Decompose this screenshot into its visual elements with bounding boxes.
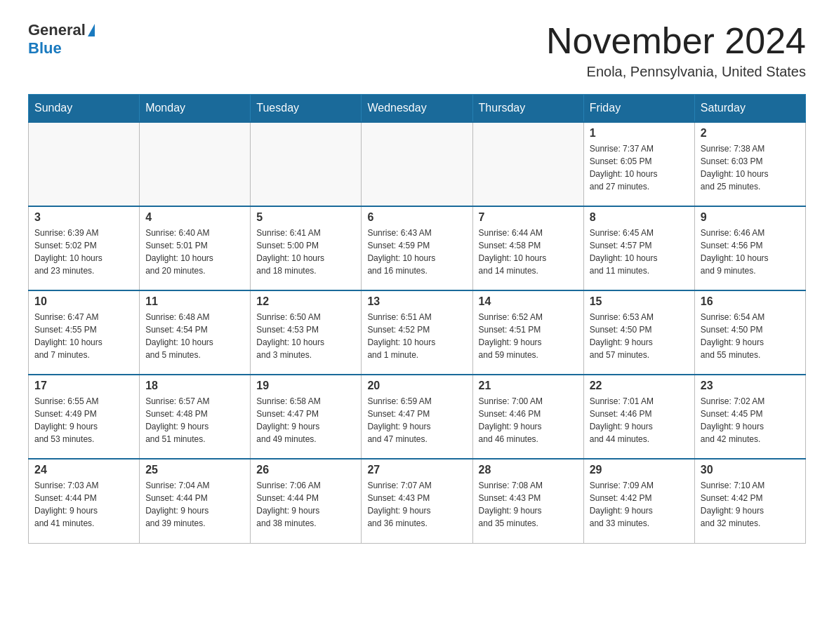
day-info: Sunrise: 7:01 AM Sunset: 4:46 PM Dayligh… — [590, 395, 689, 445]
day-info: Sunrise: 6:46 AM Sunset: 4:56 PM Dayligh… — [701, 227, 800, 277]
day-number: 6 — [367, 211, 466, 224]
day-number: 30 — [701, 464, 800, 476]
day-info: Sunrise: 6:50 AM Sunset: 4:53 PM Dayligh… — [256, 311, 355, 361]
weekday-header-tuesday: Tuesday — [251, 95, 362, 123]
day-number: 27 — [367, 464, 466, 476]
day-number: 24 — [34, 464, 133, 476]
day-cell: 27Sunrise: 7:07 AM Sunset: 4:43 PM Dayli… — [362, 459, 472, 543]
day-cell: 2Sunrise: 7:38 AM Sunset: 6:03 PM Daylig… — [694, 122, 805, 206]
day-number: 26 — [256, 464, 355, 476]
day-info: Sunrise: 6:58 AM Sunset: 4:47 PM Dayligh… — [256, 395, 355, 445]
day-cell: 28Sunrise: 7:08 AM Sunset: 4:43 PM Dayli… — [472, 459, 583, 543]
day-cell — [29, 122, 140, 206]
day-info: Sunrise: 6:59 AM Sunset: 4:47 PM Dayligh… — [367, 395, 466, 445]
day-cell: 23Sunrise: 7:02 AM Sunset: 4:45 PM Dayli… — [694, 375, 805, 459]
day-number: 18 — [145, 380, 244, 392]
logo-blue-text: Blue — [28, 39, 62, 58]
day-number: 12 — [256, 295, 355, 308]
day-cell: 30Sunrise: 7:10 AM Sunset: 4:42 PM Dayli… — [694, 459, 805, 543]
weekday-header-wednesday: Wednesday — [362, 95, 472, 123]
day-cell — [472, 122, 583, 206]
day-cell: 13Sunrise: 6:51 AM Sunset: 4:52 PM Dayli… — [362, 290, 472, 375]
day-cell: 14Sunrise: 6:52 AM Sunset: 4:51 PM Dayli… — [472, 290, 583, 375]
day-info: Sunrise: 7:00 AM Sunset: 4:46 PM Dayligh… — [479, 395, 578, 445]
day-cell: 20Sunrise: 6:59 AM Sunset: 4:47 PM Dayli… — [362, 375, 472, 459]
day-number: 10 — [34, 295, 133, 308]
day-number: 7 — [479, 211, 578, 224]
day-cell: 4Sunrise: 6:40 AM Sunset: 5:01 PM Daylig… — [140, 206, 251, 290]
week-row-1: 1Sunrise: 7:37 AM Sunset: 6:05 PM Daylig… — [29, 122, 806, 206]
day-info: Sunrise: 7:02 AM Sunset: 4:45 PM Dayligh… — [701, 395, 800, 445]
day-number: 5 — [256, 211, 355, 224]
day-number: 11 — [145, 295, 244, 308]
day-info: Sunrise: 6:45 AM Sunset: 4:57 PM Dayligh… — [590, 227, 689, 277]
day-cell: 29Sunrise: 7:09 AM Sunset: 4:42 PM Dayli… — [583, 459, 694, 543]
week-row-4: 17Sunrise: 6:55 AM Sunset: 4:49 PM Dayli… — [29, 375, 806, 459]
weekday-header-friday: Friday — [583, 95, 694, 123]
weekday-header-saturday: Saturday — [694, 95, 805, 123]
day-info: Sunrise: 6:52 AM Sunset: 4:51 PM Dayligh… — [479, 311, 578, 361]
day-info: Sunrise: 6:54 AM Sunset: 4:50 PM Dayligh… — [701, 311, 800, 361]
day-cell: 25Sunrise: 7:04 AM Sunset: 4:44 PM Dayli… — [140, 459, 251, 543]
day-cell: 7Sunrise: 6:44 AM Sunset: 4:58 PM Daylig… — [472, 206, 583, 290]
day-info: Sunrise: 7:03 AM Sunset: 4:44 PM Dayligh… — [34, 479, 133, 530]
day-info: Sunrise: 6:57 AM Sunset: 4:48 PM Dayligh… — [145, 395, 244, 445]
day-number: 4 — [145, 211, 244, 224]
day-cell: 6Sunrise: 6:43 AM Sunset: 4:59 PM Daylig… — [362, 206, 472, 290]
location-text: Enola, Pennsylvania, United States — [546, 64, 806, 80]
day-info: Sunrise: 7:38 AM Sunset: 6:03 PM Dayligh… — [701, 142, 800, 193]
day-info: Sunrise: 7:04 AM Sunset: 4:44 PM Dayligh… — [145, 479, 244, 530]
day-number: 9 — [701, 211, 800, 224]
day-info: Sunrise: 6:51 AM Sunset: 4:52 PM Dayligh… — [367, 311, 466, 361]
day-number: 19 — [256, 380, 355, 392]
day-info: Sunrise: 6:48 AM Sunset: 4:54 PM Dayligh… — [145, 311, 244, 361]
day-cell — [140, 122, 251, 206]
day-info: Sunrise: 6:53 AM Sunset: 4:50 PM Dayligh… — [590, 311, 689, 361]
weekday-header-row: SundayMondayTuesdayWednesdayThursdayFrid… — [29, 95, 806, 123]
day-info: Sunrise: 6:41 AM Sunset: 5:00 PM Dayligh… — [256, 227, 355, 277]
day-cell: 8Sunrise: 6:45 AM Sunset: 4:57 PM Daylig… — [583, 206, 694, 290]
day-cell: 17Sunrise: 6:55 AM Sunset: 4:49 PM Dayli… — [29, 375, 140, 459]
day-number: 1 — [590, 127, 689, 140]
day-info: Sunrise: 7:07 AM Sunset: 4:43 PM Dayligh… — [367, 479, 466, 530]
week-row-5: 24Sunrise: 7:03 AM Sunset: 4:44 PM Dayli… — [29, 459, 806, 543]
week-row-2: 3Sunrise: 6:39 AM Sunset: 5:02 PM Daylig… — [29, 206, 806, 290]
day-cell: 1Sunrise: 7:37 AM Sunset: 6:05 PM Daylig… — [583, 122, 694, 206]
day-info: Sunrise: 6:55 AM Sunset: 4:49 PM Dayligh… — [34, 395, 133, 445]
day-info: Sunrise: 7:06 AM Sunset: 4:44 PM Dayligh… — [256, 479, 355, 530]
day-cell: 9Sunrise: 6:46 AM Sunset: 4:56 PM Daylig… — [694, 206, 805, 290]
day-cell: 10Sunrise: 6:47 AM Sunset: 4:55 PM Dayli… — [29, 290, 140, 375]
day-cell: 26Sunrise: 7:06 AM Sunset: 4:44 PM Dayli… — [251, 459, 362, 543]
weekday-header-monday: Monday — [140, 95, 251, 123]
day-cell: 15Sunrise: 6:53 AM Sunset: 4:50 PM Dayli… — [583, 290, 694, 375]
day-info: Sunrise: 7:08 AM Sunset: 4:43 PM Dayligh… — [479, 479, 578, 530]
day-number: 20 — [367, 380, 466, 392]
day-number: 14 — [479, 295, 578, 308]
day-cell: 24Sunrise: 7:03 AM Sunset: 4:44 PM Dayli… — [29, 459, 140, 543]
title-block: November 2024 Enola, Pennsylvania, Unite… — [546, 21, 806, 80]
day-cell: 5Sunrise: 6:41 AM Sunset: 5:00 PM Daylig… — [251, 206, 362, 290]
day-info: Sunrise: 6:39 AM Sunset: 5:02 PM Dayligh… — [34, 227, 133, 277]
day-number: 16 — [701, 295, 800, 308]
day-info: Sunrise: 6:44 AM Sunset: 4:58 PM Dayligh… — [479, 227, 578, 277]
day-number: 17 — [34, 380, 133, 392]
weekday-header-thursday: Thursday — [472, 95, 583, 123]
logo-general-text: General — [28, 21, 86, 39]
day-cell: 19Sunrise: 6:58 AM Sunset: 4:47 PM Dayli… — [251, 375, 362, 459]
day-number: 22 — [590, 380, 689, 392]
day-number: 2 — [701, 127, 800, 140]
day-info: Sunrise: 6:43 AM Sunset: 4:59 PM Dayligh… — [367, 227, 466, 277]
day-cell — [251, 122, 362, 206]
day-number: 21 — [479, 380, 578, 392]
day-info: Sunrise: 6:40 AM Sunset: 5:01 PM Dayligh… — [145, 227, 244, 277]
page-header: General Blue November 2024 Enola, Pennsy… — [28, 21, 806, 80]
calendar-table: SundayMondayTuesdayWednesdayThursdayFrid… — [28, 94, 806, 544]
month-title: November 2024 — [546, 21, 806, 61]
day-number: 23 — [701, 380, 800, 392]
day-cell: 16Sunrise: 6:54 AM Sunset: 4:50 PM Dayli… — [694, 290, 805, 375]
logo-triangle-icon — [88, 24, 95, 36]
day-cell: 21Sunrise: 7:00 AM Sunset: 4:46 PM Dayli… — [472, 375, 583, 459]
day-number: 3 — [34, 211, 133, 224]
day-info: Sunrise: 7:10 AM Sunset: 4:42 PM Dayligh… — [701, 479, 800, 530]
day-info: Sunrise: 7:37 AM Sunset: 6:05 PM Dayligh… — [590, 142, 689, 193]
